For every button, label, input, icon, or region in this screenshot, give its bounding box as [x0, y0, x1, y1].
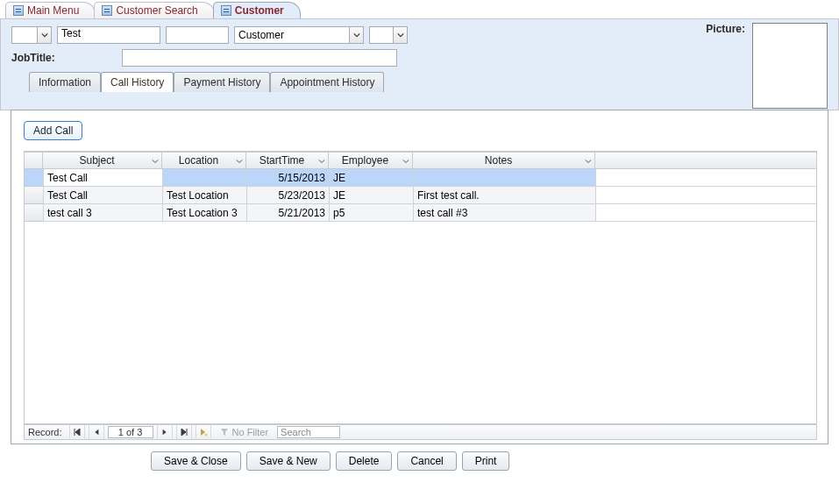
cell-location[interactable]: Test Location 3 [163, 204, 247, 222]
chevron-down-icon [402, 158, 409, 165]
tab-main-menu[interactable]: Main Menu [5, 2, 96, 18]
filter-indicator[interactable]: No Filter [215, 427, 274, 437]
record-search-input[interactable]: Search [277, 426, 340, 438]
row-selector[interactable] [25, 169, 44, 187]
chevron-down-icon [37, 27, 51, 43]
col-blank [595, 152, 817, 169]
chevron-down-icon [349, 27, 363, 43]
record-label: Record: [25, 427, 66, 437]
save-close-button[interactable]: Save & Close [151, 451, 241, 471]
record-position[interactable]: 1 of 3 [108, 426, 153, 438]
tab-label: Main Menu [27, 4, 79, 17]
svg-point-0 [204, 434, 207, 437]
form-footer-buttons: Save & Close Save & New Delete Cancel Pr… [0, 444, 839, 471]
job-title-field[interactable] [122, 49, 397, 67]
suffix-combo[interactable] [369, 26, 408, 44]
row-selector[interactable] [25, 204, 44, 222]
tab-call-history[interactable]: Call History [101, 72, 174, 92]
tab-label: Customer [235, 4, 284, 17]
nav-last-button[interactable] [176, 425, 192, 439]
save-new-button[interactable]: Save & New [246, 451, 331, 471]
nav-new-button[interactable] [196, 425, 211, 439]
nav-prev-button[interactable] [89, 425, 104, 439]
chevron-down-icon [236, 158, 243, 165]
call-grid: Subject Location StartTime Employee Note… [24, 151, 817, 424]
cancel-button[interactable]: Cancel [397, 451, 456, 471]
cell-blank [596, 187, 816, 204]
col-location[interactable]: Location [162, 152, 246, 169]
print-button[interactable]: Print [462, 451, 510, 471]
chevron-down-icon [318, 158, 325, 165]
tab-customer[interactable]: Customer [213, 2, 301, 18]
cell-blank [596, 169, 816, 187]
record-navigator: Record: 1 of 3 No Filter Search [24, 424, 817, 440]
form-header: Test Customer JobTitle: Picture: Informa… [0, 19, 839, 110]
row-selector[interactable] [25, 187, 44, 204]
tab-appointment-history[interactable]: Appointment History [270, 72, 384, 92]
tab-payment-history[interactable]: Payment History [174, 72, 270, 92]
datasheet-icon [13, 5, 24, 16]
cell-notes[interactable] [414, 169, 596, 187]
col-starttime[interactable]: StartTime [246, 152, 329, 169]
document-tabs: Main Menu Customer Search Customer [0, 0, 839, 19]
tab-customer-search[interactable]: Customer Search [94, 2, 214, 18]
last-name-combo[interactable]: Customer [234, 26, 364, 44]
cell-location[interactable]: Test Location [163, 187, 247, 204]
middle-name-field[interactable] [166, 26, 229, 44]
cell-location[interactable] [163, 169, 247, 187]
table-row[interactable]: test call 3 Test Location 3 5/21/2013 p5… [25, 204, 816, 222]
col-employee[interactable]: Employee [329, 152, 413, 169]
no-filter-label: No Filter [232, 427, 269, 437]
job-title-label: JobTitle: [11, 52, 60, 64]
call-history-panel: Add Call Subject Location StartTime Empl… [11, 110, 828, 444]
cell-notes[interactable]: First test call. [414, 187, 596, 204]
col-subject[interactable]: Subject [43, 152, 162, 169]
row-selector-header[interactable] [24, 152, 43, 169]
cell-subject[interactable]: test call 3 [44, 204, 163, 222]
funnel-icon [220, 428, 229, 437]
cell-employee[interactable]: JE [330, 187, 414, 204]
chevron-down-icon [393, 27, 407, 43]
cell-starttime[interactable]: 5/21/2013 [247, 204, 330, 222]
tab-information[interactable]: Information [29, 72, 101, 92]
grid-header: Subject Location StartTime Employee Note… [24, 152, 817, 169]
table-row[interactable]: Test Call Test Location 5/23/2013 JE Fir… [25, 187, 816, 204]
datasheet-icon [102, 5, 112, 16]
nav-first-button[interactable] [69, 425, 85, 439]
last-name-value: Customer [235, 29, 349, 41]
cell-blank [596, 204, 816, 222]
grid-body: Test Call 5/15/2013 JE Test Call Test Lo… [24, 169, 817, 424]
cell-starttime[interactable]: 5/15/2013 [247, 169, 330, 187]
first-name-field[interactable]: Test [57, 26, 160, 44]
table-row[interactable]: Test Call 5/15/2013 JE [25, 169, 816, 187]
nav-next-button[interactable] [157, 425, 173, 439]
picture-label: Picture: [706, 23, 745, 35]
cell-subject[interactable]: Test Call [44, 187, 163, 204]
cell-employee[interactable]: JE [330, 169, 414, 187]
cell-starttime[interactable]: 5/23/2013 [247, 187, 330, 204]
tab-label: Customer Search [116, 4, 197, 17]
datasheet-icon [221, 5, 231, 16]
title-combo[interactable] [11, 26, 52, 44]
delete-button[interactable]: Delete [336, 451, 393, 471]
chevron-down-icon [585, 158, 592, 165]
col-notes[interactable]: Notes [413, 152, 595, 169]
cell-employee[interactable]: p5 [330, 204, 414, 222]
add-call-button[interactable]: Add Call [24, 121, 82, 140]
cell-notes[interactable]: test call #3 [414, 204, 596, 222]
cell-subject[interactable]: Test Call [44, 169, 163, 187]
picture-box[interactable] [752, 23, 828, 109]
chevron-down-icon [152, 158, 159, 165]
